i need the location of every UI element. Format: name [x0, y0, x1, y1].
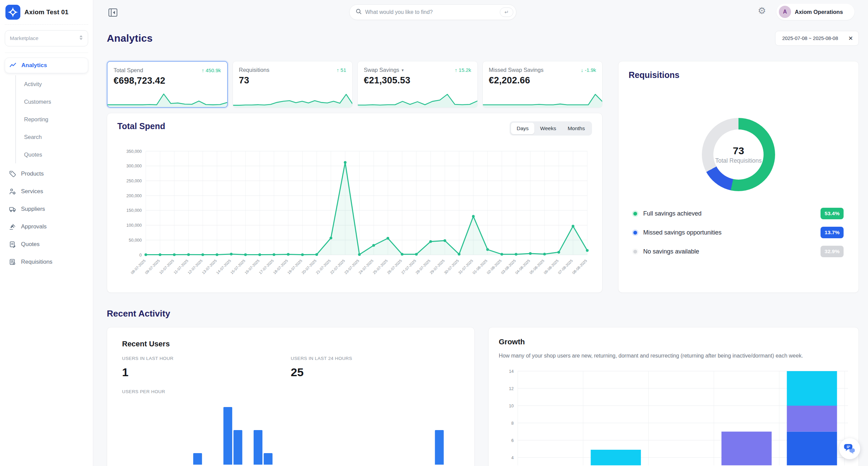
select-updown-icon	[79, 35, 83, 42]
sidebar-subitem-customers[interactable]: Customers	[16, 93, 88, 110]
stat-card-label: Swap Savings▾	[364, 67, 404, 73]
svg-text:03-08-2025: 03-08-2025	[500, 259, 516, 275]
search-enter-key[interactable]: ↵	[500, 7, 513, 17]
svg-text:6: 6	[511, 438, 514, 443]
svg-text:350,000: 350,000	[126, 149, 142, 154]
content: Analytics 2025-07-08 ~ 2025-08-08 ✕ Tota…	[93, 31, 868, 466]
stat-card-value: 73	[239, 75, 347, 86]
svg-text:27-07-2025: 27-07-2025	[400, 259, 417, 275]
clear-date-filter-icon[interactable]: ✕	[848, 35, 853, 42]
sidebar-item-suppliers[interactable]: Suppliers	[5, 201, 88, 217]
sidebar-subitem-activity[interactable]: Activity	[16, 75, 88, 93]
stat-card-value: €698,723.42	[114, 76, 221, 86]
sidebar-item-analytics[interactable]: Analytics	[5, 58, 88, 73]
svg-text:05-08-2025: 05-08-2025	[529, 259, 545, 275]
stat-card-delta: ↑ 450.9k	[202, 67, 221, 73]
users-per-hour-label: USERS PER HOUR	[122, 389, 459, 394]
tab-days[interactable]: Days	[511, 123, 534, 134]
legend-row-no-savings-available: No savings available32.9%	[633, 245, 844, 258]
legend-row-missed-savings-opportunities: Missed savings opportunities13.7%	[633, 226, 844, 239]
svg-text:12-07-2025: 12-07-2025	[187, 259, 203, 275]
svg-text:16-07-2025: 16-07-2025	[244, 259, 260, 275]
sidebar-subitem-reporting[interactable]: Reporting	[16, 110, 88, 128]
recent-users-card: Recent Users USERS IN LAST HOUR1USERS IN…	[107, 327, 475, 466]
chevron-down-icon[interactable]: ▾	[402, 68, 404, 73]
gavel-icon	[9, 223, 16, 230]
workspace-select-value: Marketplace	[10, 35, 38, 41]
svg-text:02-08-2025: 02-08-2025	[486, 259, 502, 275]
search-input[interactable]	[365, 9, 496, 15]
sidebar-item-label: Products	[21, 170, 44, 177]
recent-activity-title: Recent Activity	[107, 308, 859, 319]
svg-text:20-07-2025: 20-07-2025	[301, 259, 317, 275]
sidebar: Axiom Test 01 Marketplace AnalyticsActiv…	[0, 0, 93, 466]
date-range-filter[interactable]: 2025-07-08 ~ 2025-08-08 ✕	[775, 31, 859, 46]
stat-card-value: €21,305.53	[364, 75, 471, 86]
svg-text:24-07-2025: 24-07-2025	[358, 259, 374, 275]
sidebar-item-approvals[interactable]: Approvals	[5, 219, 88, 235]
search-icon	[356, 8, 362, 16]
users-stat-value: 1	[122, 366, 291, 379]
tab-months[interactable]: Months	[562, 123, 591, 134]
svg-text:25-07-2025: 25-07-2025	[372, 259, 388, 275]
svg-text:18-07-2025: 18-07-2025	[272, 259, 289, 275]
stat-card-label: Missed Swap Savings	[489, 67, 544, 73]
user-menu[interactable]: A Axiom Operations	[776, 4, 854, 20]
brand: Axiom Test 01	[5, 4, 88, 25]
sidebar-subnav: ActivityCustomersReportingSearchQuotes	[15, 75, 88, 163]
total-spend-title: Total Spend	[117, 121, 165, 131]
svg-text:31-07-2025: 31-07-2025	[457, 259, 474, 275]
legend-percentage-badge: 32.9%	[821, 246, 844, 257]
sidebar-item-label: Approvals	[21, 223, 47, 230]
svg-text:8: 8	[511, 421, 514, 425]
sidebar-item-products[interactable]: Products	[5, 166, 88, 182]
global-search[interactable]: ↵	[349, 4, 516, 20]
brand-name: Axiom Test 01	[24, 8, 68, 16]
stat-card-missed-swap-savings[interactable]: Missed Swap Savings↓ -1.9k€2,202.66	[482, 61, 603, 108]
chat-widget-button[interactable]	[839, 438, 860, 459]
sidebar-subitem-quotes[interactable]: Quotes	[16, 146, 88, 163]
sidebar-item-requisitions[interactable]: Requisitions	[5, 254, 88, 270]
tab-weeks[interactable]: Weeks	[534, 123, 562, 134]
stat-card-swap-savings[interactable]: Swap Savings▾↑ 15.2k€21,305.53	[357, 61, 478, 108]
chat-bubbles-icon	[843, 442, 856, 456]
user-name: Axiom Operations	[795, 9, 843, 15]
topbar: ↵ ⚙ A Axiom Operations	[93, 0, 868, 22]
svg-text:150,000: 150,000	[126, 208, 142, 213]
sidebar-collapse-button[interactable]	[108, 7, 118, 18]
left-column: Total Spend↑ 450.9k€698,723.42Requisitio…	[107, 61, 603, 293]
svg-text:29-07-2025: 29-07-2025	[429, 259, 445, 275]
settings-gear-icon[interactable]: ⚙	[756, 5, 768, 17]
svg-text:4: 4	[511, 455, 514, 460]
workspace-select[interactable]: Marketplace	[5, 30, 88, 46]
legend-row-full-savings-achieved: Full savings achieved53.4%	[633, 207, 844, 220]
sidebar-item-services[interactable]: Services	[5, 184, 88, 199]
stat-card-delta: ↓ -1.9k	[581, 67, 596, 73]
avatar: A	[779, 6, 791, 18]
svg-text:06-08-2025: 06-08-2025	[543, 259, 559, 275]
legend-dot-icon	[633, 212, 637, 216]
recent-users-title: Recent Users	[122, 340, 459, 348]
svg-text:300,000: 300,000	[126, 164, 142, 168]
stat-card-sparkline	[358, 91, 477, 107]
stat-card-requisitions[interactable]: Requisitions↑ 5173	[233, 61, 353, 108]
svg-text:30-07-2025: 30-07-2025	[443, 259, 459, 275]
legend-dot-icon	[633, 250, 637, 254]
svg-text:15-07-2025: 15-07-2025	[230, 259, 246, 275]
donut-center: 73 Total Requisitions	[713, 129, 764, 180]
svg-text:11-07-2025: 11-07-2025	[173, 259, 189, 275]
svg-text:23-07-2025: 23-07-2025	[343, 259, 360, 275]
svg-text:50,000: 50,000	[129, 238, 142, 243]
svg-text:12: 12	[509, 386, 514, 391]
users-stat-users-in-last-hour: USERS IN LAST HOUR1	[122, 356, 291, 379]
sidebar-item-quotes[interactable]: Quotes	[5, 237, 88, 252]
stat-card-total-spend[interactable]: Total Spend↑ 450.9k€698,723.42	[107, 61, 228, 108]
sidebar-subitem-search[interactable]: Search	[16, 128, 88, 146]
requisitions-title: Requisitions	[629, 70, 848, 80]
svg-text:100,000: 100,000	[126, 223, 142, 228]
sidebar-item-label: Quotes	[21, 241, 40, 248]
app-logo-icon	[5, 5, 20, 20]
growth-stacked-bar-chart: 14121086420	[499, 364, 848, 465]
recent-users-stats: USERS IN LAST HOUR1USERS IN LAST 24 HOUR…	[122, 356, 459, 379]
main-area: ↵ ⚙ A Axiom Operations Analytics 2025-07…	[93, 0, 868, 466]
